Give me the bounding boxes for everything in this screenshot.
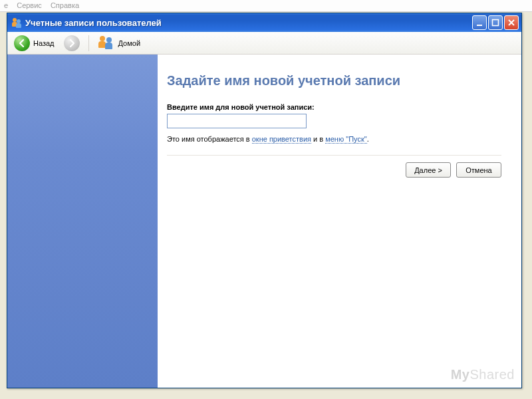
maximize-button[interactable] xyxy=(488,15,503,30)
toolbar: Назад Домой xyxy=(7,32,521,55)
users-icon xyxy=(11,17,22,28)
content-pane: Задайте имя новой учетной записи Введите… xyxy=(158,55,521,388)
watermark: MyShared xyxy=(451,367,515,382)
forward-arrow-icon xyxy=(64,35,80,51)
body-area: Задайте имя новой учетной записи Введите… xyxy=(7,55,521,388)
hint-prefix: Это имя отображается в xyxy=(167,135,252,143)
hint-text: Это имя отображается в окне приветствия … xyxy=(167,135,501,143)
window-title: Учетные записи пользователей xyxy=(25,18,472,28)
instruction-label: Введите имя для новой учетной записи: xyxy=(167,103,501,111)
window-controls xyxy=(472,15,519,30)
account-name-input[interactable] xyxy=(167,114,307,128)
home-button[interactable]: Домой xyxy=(95,35,144,52)
home-label: Домой xyxy=(118,39,141,47)
forward-button[interactable] xyxy=(61,34,82,53)
minimize-button[interactable] xyxy=(472,15,487,30)
hint-mid: и в xyxy=(311,135,325,143)
back-button[interactable]: Назад xyxy=(11,34,57,53)
user-accounts-window: Учетные записи пользователей Назад xyxy=(7,13,522,388)
menu-item[interactable]: е xyxy=(4,1,8,9)
separator xyxy=(88,35,89,51)
button-row: Далее > Отмена xyxy=(167,162,501,178)
back-label: Назад xyxy=(33,39,55,47)
start-menu-link[interactable]: меню "Пуск" xyxy=(325,135,366,144)
page-title: Задайте имя новой учетной записи xyxy=(167,73,501,88)
back-arrow-icon xyxy=(14,35,30,51)
hint-suffix: . xyxy=(367,135,369,143)
sidebar xyxy=(7,55,158,388)
welcome-screen-link[interactable]: окне приветствия xyxy=(252,135,311,144)
close-button[interactable] xyxy=(504,15,519,30)
menu-item[interactable]: Справка xyxy=(51,1,79,9)
titlebar[interactable]: Учетные записи пользователей xyxy=(7,13,521,32)
divider xyxy=(167,155,501,156)
cancel-button[interactable]: Отмена xyxy=(456,162,501,178)
svg-rect-1 xyxy=(493,20,499,26)
svg-rect-0 xyxy=(477,25,482,26)
next-button[interactable]: Далее > xyxy=(406,162,451,178)
parent-window-menubar: е Сервис Справка xyxy=(0,0,532,12)
users-icon xyxy=(98,36,115,51)
menu-item[interactable]: Сервис xyxy=(17,1,42,9)
